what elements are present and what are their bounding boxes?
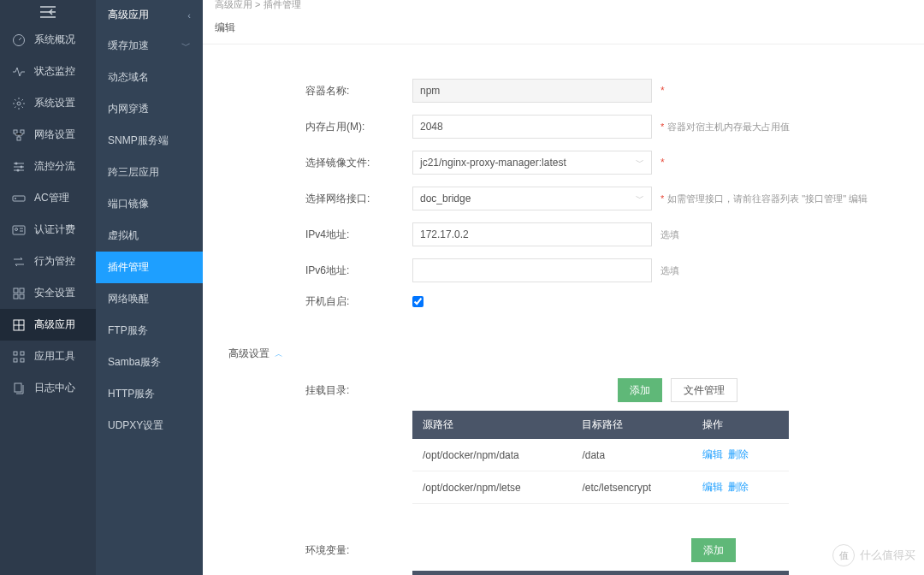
mount-edit-link[interactable]: 编辑: [702, 448, 723, 460]
iface-hint: *如需管理接口，请前往容器列表 "接口管理" 编辑: [660, 193, 868, 205]
sidebar2-item-2[interactable]: 内网穿透: [96, 93, 203, 125]
page-title: 编辑: [203, 12, 924, 44]
container-name-label: 容器名称:: [228, 84, 412, 98]
env-label: 环境变量:: [228, 543, 412, 558]
sidebar1-label: 网络设置: [34, 127, 75, 142]
mount-label: 挂载目录:: [228, 383, 412, 398]
sidebar2-item-5[interactable]: 端口镜像: [96, 188, 203, 220]
env-th-op: 操作: [663, 571, 789, 575]
sidebar1-item-9[interactable]: 高级应用: [0, 309, 96, 341]
apps-icon: [12, 350, 26, 364]
sidebar2-label: 跨三层应用: [108, 165, 159, 180]
sliders-icon: [12, 160, 26, 174]
main-content: 高级应用 > 插件管理 编辑 容器名称: * 内存占用(M): *容器对宿主机内…: [203, 0, 924, 575]
sidebar2-label: 内网穿透: [108, 102, 149, 116]
sidebar1-item-4[interactable]: 流控分流: [0, 151, 96, 182]
sidebar2-item-12[interactable]: UDPXY设置: [96, 410, 203, 442]
required-mark: *: [660, 157, 665, 169]
gauge-icon: [12, 33, 26, 47]
sidebar2-item-9[interactable]: FTP服务: [96, 315, 203, 347]
svg-point-5: [15, 162, 18, 164]
advanced-toggle[interactable]: 高级设置 ︿: [203, 338, 924, 370]
sidebar1-label: 流控分流: [34, 159, 75, 174]
sidebar1-label: 状态监控: [34, 64, 75, 79]
breadcrumb-b[interactable]: 插件管理: [264, 0, 301, 9]
sidebar1-item-8[interactable]: 安全设置: [0, 277, 96, 309]
svg-rect-15: [20, 294, 24, 299]
sidebar1-item-3[interactable]: 网络设置: [0, 119, 96, 151]
svg-rect-13: [20, 288, 24, 293]
autostart-label: 开机自启:: [228, 294, 412, 309]
sidebar2-item-7[interactable]: 插件管理: [96, 252, 203, 283]
sidebar1-label: AC管理: [34, 191, 69, 205]
svg-rect-18: [21, 352, 24, 355]
ipv6-input[interactable]: [412, 258, 652, 282]
breadcrumb-a[interactable]: 高级应用: [215, 0, 252, 9]
env-th-name: 变量名: [412, 571, 569, 575]
svg-rect-12: [14, 288, 18, 293]
network-icon: [12, 128, 26, 142]
breadcrumb-sep: >: [255, 0, 260, 9]
sidebar2-item-10[interactable]: Samba服务: [96, 347, 203, 378]
mount-add-button[interactable]: 添加: [618, 378, 662, 402]
file-manage-button[interactable]: 文件管理: [671, 378, 737, 402]
svg-rect-4: [17, 137, 21, 140]
sidebar2-header[interactable]: 高级应用 ‹: [96, 0, 203, 30]
primary-sidebar: 系统概况状态监控系统设置网络设置流控分流AC管理认证计费行为管控安全设置高级应用…: [0, 0, 96, 575]
copy-icon: [12, 382, 26, 395]
image-label: 选择镜像文件:: [228, 156, 412, 170]
sidebar1-item-1[interactable]: 状态监控: [0, 56, 96, 87]
required-mark: *: [660, 85, 665, 97]
sidebar1-item-10[interactable]: 应用工具: [0, 341, 96, 372]
autostart-checkbox[interactable]: [412, 296, 424, 307]
mount-th-dst: 目标路径: [572, 411, 692, 439]
sidebar2-label: FTP服务: [108, 323, 148, 338]
svg-rect-10: [13, 226, 25, 234]
iface-select[interactable]: doc_bridge ﹀: [412, 187, 652, 210]
mount-th-src: 源路径: [412, 411, 572, 439]
mount-table: 源路径 目标路径 操作 /opt/docker/npm/data/data编辑删…: [412, 411, 789, 504]
svg-rect-2: [14, 130, 17, 133]
svg-rect-17: [14, 352, 17, 355]
secondary-sidebar: 高级应用 ‹ 缓存加速﹀动态域名内网穿透SNMP服务端跨三层应用端口镜像虚拟机插…: [96, 0, 203, 575]
iface-label: 选择网络接口:: [228, 192, 412, 206]
mount-delete-link[interactable]: 删除: [728, 481, 749, 493]
sidebar2-item-11[interactable]: HTTP服务: [96, 378, 203, 410]
mount-src: /opt/docker/npm/data: [412, 439, 572, 471]
mount-edit-link[interactable]: 编辑: [702, 481, 723, 493]
sidebar1-item-7[interactable]: 行为管控: [0, 246, 96, 277]
wifi-icon: [12, 192, 26, 205]
user-card-icon: [12, 223, 26, 237]
sidebar2-label: SNMP服务端: [108, 133, 169, 148]
memory-input[interactable]: [412, 115, 652, 139]
sidebar1-item-0[interactable]: 系统概况: [0, 24, 96, 56]
collapse-toggle[interactable]: [0, 0, 96, 24]
image-select[interactable]: jc21/nginx-proxy-manager:latest ﹀: [412, 151, 652, 175]
sidebar2-item-4[interactable]: 跨三层应用: [96, 157, 203, 188]
ipv4-input[interactable]: [412, 222, 652, 246]
sidebar1-label: 行为管控: [34, 254, 75, 269]
sidebar2-label: 虚拟机: [108, 228, 139, 243]
mount-dst: /etc/letsencrypt: [572, 471, 692, 504]
sidebar2-title: 高级应用: [108, 8, 149, 22]
sidebar1-item-11[interactable]: 日志中心: [0, 372, 96, 404]
sidebar1-item-5[interactable]: AC管理: [0, 182, 96, 214]
sidebar1-item-6[interactable]: 认证计费: [0, 214, 96, 246]
sidebar2-item-1[interactable]: 动态域名: [96, 62, 203, 93]
sidebar1-label: 安全设置: [34, 286, 75, 300]
mount-delete-link[interactable]: 删除: [728, 448, 749, 460]
sidebar2-item-8[interactable]: 网络唤醒: [96, 283, 203, 315]
sidebar2-item-0[interactable]: 缓存加速﹀: [96, 30, 203, 62]
ipv6-label: IPv6地址:: [228, 264, 412, 278]
sidebar1-label: 系统设置: [34, 96, 75, 110]
sidebar1-label: 日志中心: [34, 381, 75, 395]
env-add-button[interactable]: 添加: [691, 538, 736, 562]
sidebar2-item-6[interactable]: 虚拟机: [96, 220, 203, 252]
breadcrumb: 高级应用 > 插件管理: [203, 0, 924, 12]
sidebar1-label: 应用工具: [34, 349, 75, 364]
svg-rect-14: [14, 294, 18, 299]
sidebar2-label: 缓存加速: [108, 39, 149, 53]
sidebar2-item-3[interactable]: SNMP服务端: [96, 125, 203, 157]
chevron-down-icon: ﹀: [636, 157, 644, 169]
sidebar1-item-2[interactable]: 系统设置: [0, 87, 96, 119]
